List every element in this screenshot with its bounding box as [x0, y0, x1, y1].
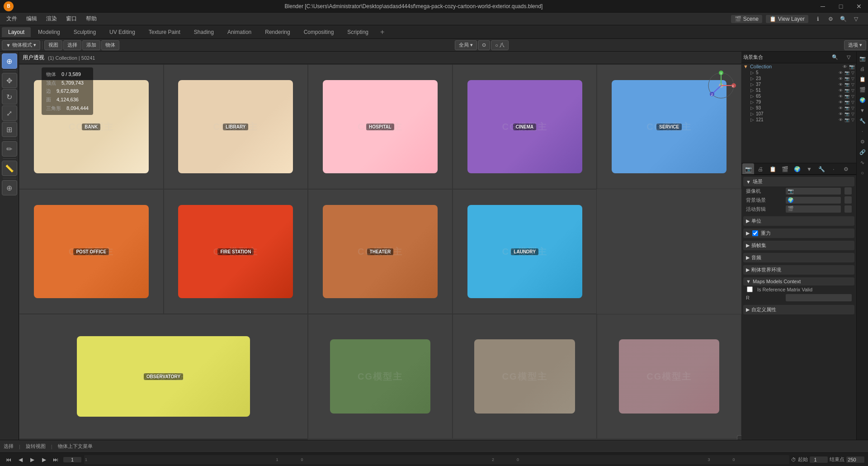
outline-item-51[interactable]: ▷ 51 👁 📷 ▽: [749, 87, 856, 93]
item37-eye[interactable]: 👁: [839, 82, 843, 87]
item107-eye[interactable]: 👁: [839, 112, 843, 116]
start-frame-input[interactable]: [810, 456, 828, 463]
global-selector[interactable]: 全局 ▾: [455, 40, 477, 50]
clip-value[interactable]: 🎬: [786, 205, 841, 213]
item107-filter[interactable]: ▽: [851, 112, 854, 116]
model-cell-r3a[interactable]: CG模型主: [308, 314, 453, 439]
ricon-material[interactable]: ○: [858, 168, 868, 178]
camera-value[interactable]: 📷: [786, 188, 841, 195]
item107-render[interactable]: 📷: [844, 112, 849, 116]
menu-file[interactable]: 文件: [2, 14, 22, 24]
outline-item-5[interactable]: ▷ 5 👁 📷 ▽: [749, 70, 856, 76]
audio-header[interactable]: ▶ 音频: [743, 253, 854, 262]
model-cell-r3b[interactable]: CG模型主: [453, 314, 597, 439]
outline-item-37[interactable]: ▷ 37 👁 📷 ▽: [749, 81, 856, 87]
timeline-prev-keyframe[interactable]: ◀: [15, 455, 25, 465]
outline-item-23[interactable]: ▷ 23 👁 📷 ▽: [749, 76, 856, 81]
timeline-jump-start[interactable]: ⏮: [4, 455, 14, 465]
close-button[interactable]: ✕: [850, 0, 868, 13]
item121-filter[interactable]: ▽: [851, 118, 854, 122]
item93-filter[interactable]: ▽: [851, 106, 854, 110]
model-cell-theater[interactable]: THEATER CG模型主: [308, 189, 453, 314]
item79-eye[interactable]: 👁: [839, 100, 843, 105]
item5-filter[interactable]: ▽: [851, 71, 854, 75]
bg-select-icon[interactable]: [844, 196, 852, 204]
clip-select-icon[interactable]: [844, 205, 852, 213]
tab-animation[interactable]: Animation: [221, 27, 258, 37]
item23-eye[interactable]: 👁: [839, 76, 843, 81]
scene-section-header[interactable]: ▼ 场景: [743, 177, 854, 186]
units-header[interactable]: ▶ 单位: [743, 216, 854, 226]
item23-filter[interactable]: ▽: [851, 76, 854, 81]
prop-tab-object[interactable]: ▼: [803, 163, 815, 175]
maximize-button[interactable]: □: [832, 0, 850, 13]
custom-props-header[interactable]: ▶ 自定义属性: [743, 305, 854, 314]
item37-render[interactable]: 📷: [844, 82, 849, 87]
tab-shading[interactable]: Shading: [188, 27, 220, 37]
prop-tab-scene[interactable]: 🎬: [779, 163, 791, 175]
model-cell-laundry[interactable]: LAUNDRY CG模型主: [453, 189, 597, 314]
item93-eye[interactable]: 👁: [839, 106, 843, 110]
object-menu[interactable]: 物体: [101, 40, 119, 50]
item65-filter[interactable]: ▽: [851, 94, 854, 99]
timeline-jump-end[interactable]: ⏭: [51, 455, 61, 465]
measure-tool[interactable]: 📏: [2, 161, 17, 176]
model-cell-r3e[interactable]: CG模型主: [164, 439, 308, 440]
ricon-world[interactable]: 🌍: [858, 95, 868, 105]
ricon-output[interactable]: 🖨: [858, 64, 868, 74]
item79-filter[interactable]: ▽: [851, 100, 854, 105]
model-cell-r3c[interactable]: CG模型主: [597, 314, 741, 439]
scene-selector[interactable]: 🎬 Scene: [731, 15, 762, 23]
prop-tab-view-layer[interactable]: 📋: [767, 163, 778, 175]
ricon-particles[interactable]: ·: [858, 126, 868, 136]
gravity-header[interactable]: ▶ 重力: [743, 228, 854, 238]
outline-row-collection[interactable]: ▼ Collection 👁 📷: [741, 63, 856, 70]
item65-render[interactable]: 📷: [844, 94, 849, 99]
ref-matrix-checkbox[interactable]: [747, 286, 753, 292]
keyframes-header[interactable]: ▶ 插帧集: [743, 241, 854, 250]
annotate-tool[interactable]: ✏: [2, 141, 17, 157]
item51-eye[interactable]: 👁: [839, 88, 843, 93]
proportional-button[interactable]: ○ 八: [491, 40, 509, 50]
tab-uv-editing[interactable]: UV Editing: [103, 27, 142, 37]
outliner-search-icon[interactable]: 🔍: [829, 52, 841, 63]
navigation-gizmo[interactable]: X Y Z: [705, 70, 737, 103]
maps-header[interactable]: ▼ Maps Models Context: [743, 277, 854, 285]
rotate-tool[interactable]: ↻: [2, 89, 17, 105]
scale-tool[interactable]: ⤢: [2, 105, 17, 121]
menu-edit[interactable]: 编辑: [22, 14, 42, 24]
prop-tab-particles[interactable]: ·: [828, 163, 840, 175]
settings-icon[interactable]: ⚙: [825, 13, 836, 25]
model-cell-hospital[interactable]: HOSPITAL CG模型主: [308, 64, 453, 189]
ricon-constraints[interactable]: 🔗: [858, 147, 868, 157]
item51-filter[interactable]: ▽: [851, 88, 854, 93]
timeline-play[interactable]: ▶: [27, 455, 37, 465]
minimize-button[interactable]: ─: [814, 0, 832, 13]
item37-filter[interactable]: ▽: [851, 82, 854, 87]
add-workspace-button[interactable]: +: [376, 26, 389, 38]
gravity-checkbox[interactable]: [752, 230, 758, 236]
prop-tab-output[interactable]: 🖨: [755, 163, 766, 175]
tab-sculpting[interactable]: Sculpting: [67, 27, 102, 37]
model-cell-postoffice[interactable]: POST OFFICE CG模型主: [19, 189, 164, 314]
ricon-object[interactable]: ▼: [858, 105, 868, 115]
outline-item-93[interactable]: ▷ 93 👁 📷 ▽: [749, 105, 856, 111]
ricon-physics[interactable]: ⚙: [858, 137, 868, 147]
item93-render[interactable]: 📷: [844, 106, 849, 110]
info-icon[interactable]: ℹ: [812, 13, 824, 25]
outline-item-65[interactable]: ▷ 65 👁 📷 ▽: [749, 93, 856, 99]
item23-render[interactable]: 📷: [844, 76, 849, 81]
tab-texture-paint[interactable]: Texture Paint: [142, 27, 187, 37]
end-frame-input[interactable]: [846, 456, 864, 463]
model-cell-observatory[interactable]: OBSERVATORY CG模型主: [19, 314, 308, 439]
background-value[interactable]: 🌍: [786, 197, 841, 204]
item5-render[interactable]: 📷: [844, 71, 849, 75]
mode-selector[interactable]: ▼ 物体模式 ▾: [2, 40, 40, 50]
item121-render[interactable]: 📷: [844, 118, 849, 122]
tab-scripting[interactable]: Scripting: [341, 27, 375, 37]
rigid-body-header[interactable]: ▶ 刚体世界环境: [743, 265, 854, 275]
menu-help[interactable]: 帮助: [81, 14, 101, 24]
outline-item-79[interactable]: ▷ 79 👁 📷 ▽: [749, 99, 856, 105]
outline-item-107[interactable]: ▷ 107 👁 📷 ▽: [749, 111, 856, 117]
view-layer-selector[interactable]: 📋 View Layer: [766, 15, 808, 23]
